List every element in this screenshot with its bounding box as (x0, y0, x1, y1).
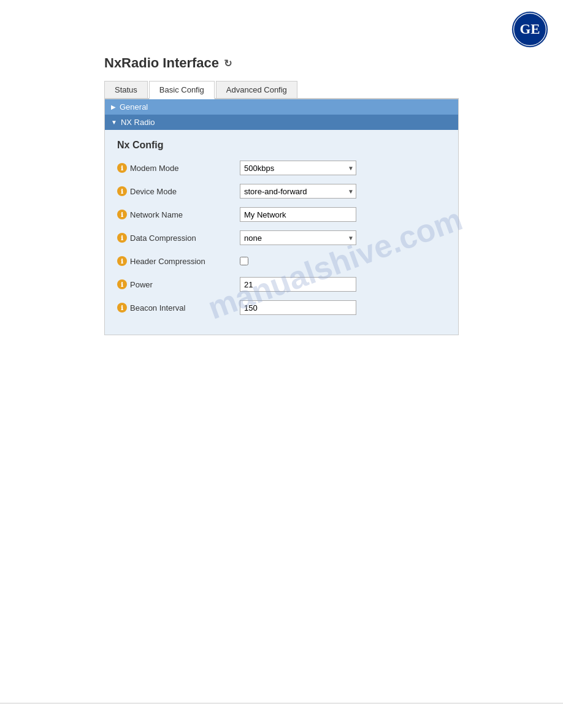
header-compression-control (240, 257, 248, 265)
beacon-interval-label: ℹ Beacon Interval (117, 303, 240, 313)
network-name-info-icon[interactable]: ℹ (117, 210, 127, 219)
data-compression-label: ℹ Data Compression (117, 233, 240, 243)
nx-config-content: Nx Config ℹ Modem Mode 500kbps 250kbps 1… (105, 130, 458, 335)
ge-logo: GE (511, 11, 548, 48)
beacon-interval-control (240, 300, 356, 315)
nx-radio-arrow: ▼ (111, 119, 117, 126)
section-general[interactable]: ▶ General (105, 99, 458, 115)
data-compression-control: none lzo zlib ▼ (240, 230, 356, 245)
page-title: NxRadio Interface (104, 55, 219, 71)
data-compression-select[interactable]: none lzo zlib (240, 230, 356, 245)
form-row-beacon-interval: ℹ Beacon Interval (117, 299, 446, 316)
data-compression-select-wrapper: none lzo zlib ▼ (240, 230, 356, 245)
power-label-text: Power (130, 280, 153, 289)
refresh-icon[interactable]: ↻ (224, 58, 232, 69)
data-compression-label-text: Data Compression (130, 233, 196, 243)
config-panel: ▶ General ▼ NX Radio Nx Config ℹ Modem M… (104, 99, 459, 335)
header-compression-info-icon[interactable]: ℹ (117, 256, 127, 266)
form-row-data-compression: ℹ Data Compression none lzo zlib ▼ (117, 229, 446, 246)
network-name-control (240, 207, 356, 222)
section-general-label: General (120, 102, 148, 112)
form-row-device-mode: ℹ Device Mode store-and-forward pass-thr… (117, 183, 446, 200)
beacon-interval-info-icon[interactable]: ℹ (117, 303, 127, 313)
bottom-divider (0, 703, 563, 703)
device-mode-info-icon[interactable]: ℹ (117, 186, 127, 196)
network-name-label: ℹ Network Name (117, 210, 240, 219)
header-compression-label: ℹ Header Compression (117, 256, 240, 266)
header-compression-checkbox[interactable] (240, 257, 248, 265)
tab-bar: Status Basic Config Advanced Config (104, 81, 459, 99)
tab-advanced-config[interactable]: Advanced Config (216, 81, 297, 98)
network-name-input[interactable] (240, 207, 356, 222)
form-row-network-name: ℹ Network Name (117, 206, 446, 223)
device-mode-select-wrapper: store-and-forward pass-through repeater … (240, 184, 356, 199)
beacon-interval-input[interactable] (240, 300, 356, 315)
network-name-label-text: Network Name (130, 210, 183, 219)
page-title-area: NxRadio Interface ↻ (104, 55, 459, 71)
form-row-modem-mode: ℹ Modem Mode 500kbps 250kbps 1Mbps ▼ (117, 159, 446, 176)
svg-text:GE: GE (520, 21, 540, 37)
power-label: ℹ Power (117, 279, 240, 289)
form-row-power: ℹ Power (117, 276, 446, 293)
form-row-header-compression: ℹ Header Compression (117, 252, 446, 270)
power-info-icon[interactable]: ℹ (117, 279, 127, 289)
modem-mode-label-text: Modem Mode (130, 164, 178, 173)
modem-mode-control: 500kbps 250kbps 1Mbps ▼ (240, 161, 356, 175)
power-control (240, 277, 356, 292)
data-compression-info-icon[interactable]: ℹ (117, 233, 127, 243)
device-mode-select[interactable]: store-and-forward pass-through repeater (240, 184, 356, 199)
section-nx-radio[interactable]: ▼ NX Radio (105, 115, 458, 130)
modem-mode-info-icon[interactable]: ℹ (117, 163, 127, 173)
device-mode-label: ℹ Device Mode (117, 186, 240, 196)
device-mode-label-text: Device Mode (130, 187, 177, 196)
power-input[interactable] (240, 277, 356, 292)
modem-mode-label: ℹ Modem Mode (117, 163, 240, 173)
beacon-interval-label-text: Beacon Interval (130, 303, 185, 313)
device-mode-control: store-and-forward pass-through repeater … (240, 184, 356, 199)
modem-mode-select-wrapper: 500kbps 250kbps 1Mbps ▼ (240, 161, 356, 175)
general-arrow: ▶ (111, 104, 116, 110)
nx-config-title: Nx Config (117, 140, 446, 151)
tab-status[interactable]: Status (104, 81, 148, 98)
modem-mode-select[interactable]: 500kbps 250kbps 1Mbps (240, 161, 356, 175)
header-compression-label-text: Header Compression (130, 257, 205, 266)
section-nx-radio-label: NX Radio (121, 118, 155, 127)
tab-basic-config[interactable]: Basic Config (149, 81, 215, 99)
